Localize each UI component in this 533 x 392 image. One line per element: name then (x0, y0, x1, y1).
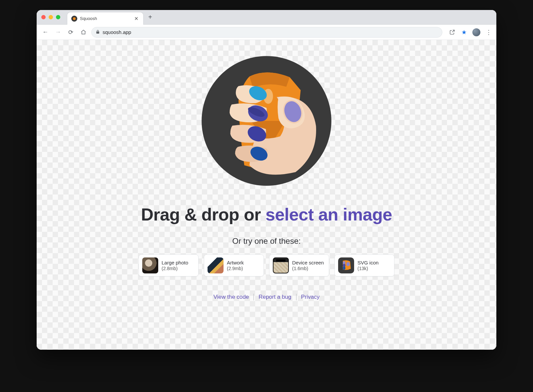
view-code-link[interactable]: View the code (214, 294, 249, 300)
sample-artwork[interactable]: Artwork (2.9mb) (204, 254, 264, 276)
new-tab-button[interactable]: + (148, 13, 152, 21)
sample-thumb-icon (338, 257, 354, 273)
toolbar-right: ★ ⋮ (448, 28, 492, 36)
address-bar[interactable]: squoosh.app (91, 27, 442, 38)
sample-name: Large photo (162, 260, 188, 266)
titlebar: Squoosh ✕ + (37, 10, 496, 25)
favicon-icon (71, 16, 77, 22)
reload-button[interactable]: ⟳ (66, 28, 75, 37)
back-button[interactable]: ← (41, 28, 50, 37)
lock-icon (96, 30, 100, 35)
svg-point-12 (343, 266, 345, 270)
close-window-icon[interactable] (41, 15, 46, 19)
sample-name: SVG icon (357, 260, 378, 266)
browser-toolbar: ← → ⟳ squoosh.app ★ ⋮ (37, 25, 496, 40)
squoosh-logo (198, 53, 335, 189)
select-image-link[interactable]: select an image (266, 205, 392, 224)
divider (296, 294, 296, 300)
sample-thumb-icon (273, 257, 289, 273)
sample-device-screen[interactable]: Device screen (1.6mb) (269, 254, 329, 276)
svg-point-13 (346, 262, 350, 266)
squoosh-logo-icon (198, 53, 335, 189)
sample-name: Artwork (227, 260, 244, 266)
minimize-window-icon[interactable] (49, 15, 53, 19)
report-bug-link[interactable]: Report a bug (259, 294, 291, 300)
close-tab-icon[interactable]: ✕ (133, 16, 140, 22)
svg-point-0 (73, 17, 76, 20)
sample-size: (2.9mb) (227, 266, 244, 271)
page-viewport: Drag & drop or select an image Or try on… (37, 40, 496, 350)
sample-size: (2.8mb) (162, 266, 188, 271)
sample-large-photo[interactable]: Large photo (2.8mb) (139, 254, 199, 276)
sample-size: (1.6mb) (292, 266, 324, 271)
window-controls (37, 10, 65, 24)
sample-thumb-icon (142, 257, 158, 273)
footer-links: View the code Report a bug Privacy (214, 294, 320, 300)
headline-prefix: Drag & drop or (141, 205, 266, 224)
open-external-icon[interactable] (448, 29, 456, 36)
tab-title: Squoosh (80, 16, 130, 21)
sample-row: Large photo (2.8mb) Artwork (2.9mb) Devi… (139, 254, 394, 276)
sample-thumb-icon (208, 257, 224, 273)
browser-window: Squoosh ✕ + ← → ⟳ squoosh.app ★ ⋮ (37, 10, 496, 350)
overflow-menu-icon[interactable]: ⋮ (485, 29, 492, 36)
sample-name: Device screen (292, 260, 324, 266)
home-button[interactable] (79, 28, 88, 37)
url-text: squoosh.app (103, 29, 131, 35)
divider (254, 294, 254, 300)
privacy-link[interactable]: Privacy (301, 294, 320, 300)
bookmark-star-icon[interactable]: ★ (460, 29, 468, 36)
profile-avatar[interactable] (472, 28, 480, 36)
sample-size: (13k) (357, 266, 378, 271)
maximize-window-icon[interactable] (56, 15, 60, 19)
forward-button[interactable]: → (53, 28, 63, 37)
subheading: Or try one of these: (232, 236, 300, 246)
browser-tab[interactable]: Squoosh ✕ (67, 12, 144, 25)
sample-svg-icon[interactable]: SVG icon (13k) (334, 254, 394, 276)
drop-headline: Drag & drop or select an image (141, 204, 392, 224)
